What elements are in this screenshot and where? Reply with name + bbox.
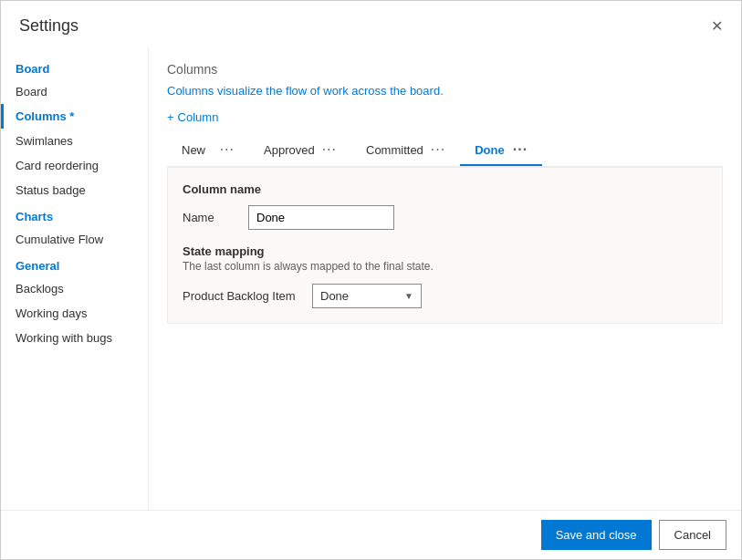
sidebar-item-working-with-bugs[interactable]: Working with bugs: [1, 326, 148, 350]
sidebar-item-columns[interactable]: Columns *: [1, 104, 148, 129]
column-name-title: Column name: [183, 182, 707, 196]
tab-approved[interactable]: Approved ···: [249, 135, 351, 166]
state-mapping-desc: The last column is always mapped to the …: [183, 260, 707, 273]
tab-new-label: New: [182, 143, 205, 157]
tab-done[interactable]: Done ···: [460, 135, 542, 166]
tab-approved-label: Approved: [264, 143, 315, 157]
sidebar-item-board[interactable]: Board: [1, 79, 148, 104]
settings-dialog: Settings ✕ Board Board Columns * Swimlan…: [0, 0, 742, 560]
add-column-button[interactable]: + Column: [167, 110, 218, 124]
close-button[interactable]: ✕: [707, 14, 726, 38]
columns-tabs: New ··· Approved ··· Committed ··· Done …: [167, 135, 723, 167]
product-backlog-row: Product Backlog Item Done ▼: [183, 284, 707, 308]
product-backlog-dropdown[interactable]: Done ▼: [312, 284, 422, 308]
column-form: Column name Name State mapping The last …: [167, 167, 723, 324]
sidebar-item-working-days[interactable]: Working days: [1, 301, 148, 326]
add-column-label: Column: [178, 110, 219, 124]
tab-done-dots[interactable]: ···: [513, 142, 528, 157]
name-input[interactable]: [248, 205, 394, 230]
sidebar-section-charts: Charts: [1, 202, 148, 227]
product-backlog-label: Product Backlog Item: [183, 289, 301, 303]
section-title: Columns: [167, 62, 723, 77]
state-mapping-section: State mapping The last column is always …: [183, 244, 707, 273]
tab-done-label: Done: [475, 143, 505, 157]
dialog-footer: Save and close Cancel: [1, 510, 741, 559]
tab-committed-dots[interactable]: ···: [431, 142, 445, 157]
state-mapping-title: State mapping: [183, 244, 707, 258]
sidebar-item-card-reordering[interactable]: Card reordering: [1, 153, 148, 178]
dialog-header: Settings ✕: [1, 1, 741, 47]
sidebar-section-board: Board: [1, 55, 148, 79]
chevron-down-icon: ▼: [404, 291, 413, 301]
sidebar-section-general: General: [1, 252, 148, 276]
plus-icon: +: [167, 110, 174, 124]
tab-approved-dots[interactable]: ···: [322, 142, 337, 157]
tab-new-dots[interactable]: ···: [220, 142, 235, 157]
tab-committed-label: Committed: [366, 143, 423, 157]
save-and-close-button[interactable]: Save and close: [541, 520, 652, 550]
sidebar-item-backlogs[interactable]: Backlogs: [1, 276, 148, 301]
sidebar-item-cumulative-flow[interactable]: Cumulative Flow: [1, 227, 148, 252]
sidebar: Board Board Columns * Swimlanes Card reo…: [1, 47, 149, 510]
tab-new[interactable]: New ···: [167, 135, 249, 166]
name-label: Name: [183, 211, 237, 224]
name-row: Name: [183, 205, 707, 230]
sidebar-item-swimlanes[interactable]: Swimlanes: [1, 129, 148, 153]
dialog-body: Board Board Columns * Swimlanes Card reo…: [1, 47, 741, 510]
cancel-button[interactable]: Cancel: [659, 520, 726, 550]
description: Columns visualize the flow of work acros…: [167, 84, 723, 98]
tab-committed[interactable]: Committed ···: [351, 135, 460, 166]
dropdown-value: Done: [320, 289, 349, 303]
sidebar-item-status-badge[interactable]: Status badge: [1, 178, 148, 202]
dialog-title: Settings: [19, 16, 78, 36]
main-content: Columns Columns visualize the flow of wo…: [149, 47, 741, 510]
